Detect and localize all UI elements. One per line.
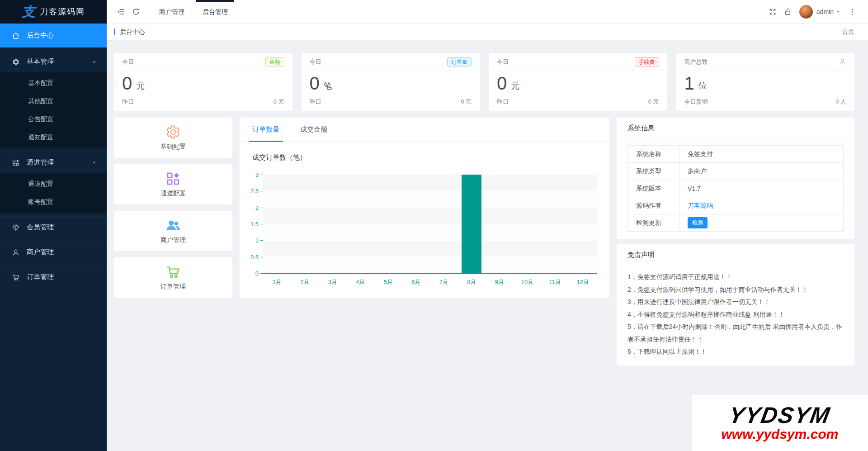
stat-card-amount: 今日 金额 0 元 昨日 0 元 [114,53,292,111]
refresh-icon[interactable] [128,0,144,24]
x-axis-label: 2月 [291,278,319,286]
grid-icon [12,159,20,167]
sidebar-item-basic-config[interactable]: 基本配置 [0,74,107,92]
sidebar-item-notify-config[interactable]: 通知配置 [0,128,107,147]
quick-card-merchant-admin[interactable]: 商户管理 [114,211,232,251]
chart-x-labels: 1月2月3月4月5月6月7月8月9月10月11月12月 [263,278,597,286]
sidebar-item-label: 后台中心 [27,31,54,40]
row-label: 系统类型 [628,163,679,180]
stat-footer-label: 昨日 [497,98,509,106]
stat-unit: 元 [136,75,145,92]
row-value: V1.7 [679,180,844,197]
main-row: 基础配置 通道配置 商户管理 [114,118,854,366]
username: admin [816,8,834,15]
table-row: 检测更新 检测 [628,214,844,232]
fullscreen-icon[interactable] [765,0,780,24]
logo-icon: 支 [22,5,35,19]
cart-icon [165,264,181,280]
person-icon [12,248,20,256]
disclaimer-line: 3，用来进行违反中国法律用户跟作者一切无关！！ [627,296,844,309]
collapse-sidebar-icon[interactable] [113,0,128,24]
breadcrumb: 后台中心 首页 [107,24,868,41]
panel-title: 免责声明 [617,244,854,265]
disclaimer-line: 4，不得将免签支付源码和程序挪作商业或盈 利用途！！ [627,309,844,321]
stat-card-fees: 今日 手续费 0 元 昨日 0 元 [489,53,667,111]
status-badge: 金额 [265,57,284,66]
home-link[interactable]: 首页 [842,28,854,36]
chevron-up-icon [92,160,97,165]
row-label: 系统名称 [628,146,679,163]
disclaimer-text: 1，免签支付源码请用于正规用途！！ 2，免签支付源码只供学习使用，如用于商业活动… [617,265,854,366]
disclaimer-line: 1，免签支付源码请用于正规用途！！ [627,271,844,284]
status-badge: 订单量 [447,57,472,66]
stat-footer-label: 今日新增 [684,98,708,106]
gem-icon [12,223,20,232]
sidebar-item-members[interactable]: 会员管理 [0,216,107,238]
home-icon [12,32,20,40]
sidebar-item-label: 商户管理 [27,248,54,256]
gear-icon [12,58,20,66]
quick-card-label: 基础配置 [160,143,186,151]
sidebar-item-account-config[interactable]: 账号配置 [0,193,107,211]
sidebar-item-notice-config[interactable]: 公告配置 [0,110,107,128]
logo-title: 刀客源码网 [40,6,85,17]
tab-backend-admin[interactable]: 后台管理 [193,0,237,24]
stat-cards-row: 今日 金额 0 元 昨日 0 元 今日 订单量 0 [114,53,854,111]
system-info-table: 系统名称 免签支付 系统类型 多商户 系统版本 V1.7 [627,145,844,232]
stat-footer-value: 0 元 [648,98,659,106]
stat-footer-label: 昨日 [310,98,321,106]
quick-card-order-admin[interactable]: 订单管理 [114,257,232,298]
header-tabs: 商户管理 后台管理 [150,0,237,24]
chart-plot: 32.521.510.50 [263,175,597,274]
page-title: 后台中心 [120,28,145,36]
sidebar-item-label: 会员管理 [27,223,54,232]
x-axis-label: 4月 [347,278,375,286]
more-options-icon[interactable] [844,0,860,24]
watermark: YYDSYM www.yydsym.com [692,395,868,451]
stat-value: 1 [684,74,694,92]
quick-card-basic-config[interactable]: 基础配置 [114,118,232,158]
user-icon [839,58,846,66]
cart-icon [12,273,20,281]
stat-card-title: 商户总数 [684,58,708,66]
sidebar-item-channel-config[interactable]: 通道配置 [0,175,107,193]
row-label: 检测更新 [628,214,679,232]
stat-value: 0 [310,74,320,92]
check-update-button[interactable]: 检测 [688,217,708,228]
sidebar-group-channel[interactable]: 通道管理 [0,152,107,173]
stat-card-orders: 今日 订单量 0 笔 昨日 0 笔 [302,53,480,111]
tab-merchant-admin[interactable]: 商户管理 [150,0,193,24]
screen: 支 刀客源码网 后台中心 基本管理 基本配置 其他配置 公告配置 通知配置 [0,0,868,451]
submenu-basic: 基本配置 其他配置 公告配置 通知配置 [0,72,107,148]
author-link[interactable]: 刀客源码 [688,202,713,209]
grid-icon [165,171,181,186]
sidebar: 支 刀客源码网 后台中心 基本管理 基本配置 其他配置 公告配置 通知配置 [0,0,107,451]
chart-bar-8月 [462,175,481,273]
sidebar-item-home[interactable]: 后台中心 [0,24,107,47]
quick-card-channel-config[interactable]: 通道配置 [114,164,232,204]
sidebar-item-orders[interactable]: 订单管理 [0,266,107,288]
stat-card-title: 今日 [310,58,321,66]
panel-title: 系统信息 [617,118,854,138]
tab-deal-amount[interactable]: 成交金额 [300,118,327,142]
chart-title: 成交订单数（笔） [252,153,609,162]
table-row: 系统类型 多商户 [628,163,844,180]
users-icon [165,218,181,233]
x-axis-label: 10月 [514,278,542,286]
tab-order-count[interactable]: 订单数量 [252,118,279,142]
sidebar-item-other-config[interactable]: 其他配置 [0,92,107,110]
table-row: 系统版本 V1.7 [628,180,844,197]
sidebar-group-basic[interactable]: 基本管理 [0,51,107,72]
chevron-up-icon [92,59,97,64]
row-value: 多商户 [679,163,844,180]
lock-icon[interactable] [780,0,796,24]
breadcrumb-accent-bar [114,28,115,35]
sidebar-item-label: 订单管理 [27,273,54,281]
x-axis-label: 5月 [374,278,402,286]
top-header: 商户管理 后台管理 admin [107,0,868,24]
main-content: 今日 金额 0 元 昨日 0 元 今日 订单量 0 [107,41,868,451]
sidebar-item-merchants[interactable]: 商户管理 [0,241,107,263]
disclaimer-line: 5，请在下载后24小时内删除！否则，由此产生的后 果由挪用者本人负责，作者不承担… [627,321,844,346]
sidebar-group-label: 通道管理 [27,158,54,167]
user-menu[interactable]: admin [799,5,841,19]
